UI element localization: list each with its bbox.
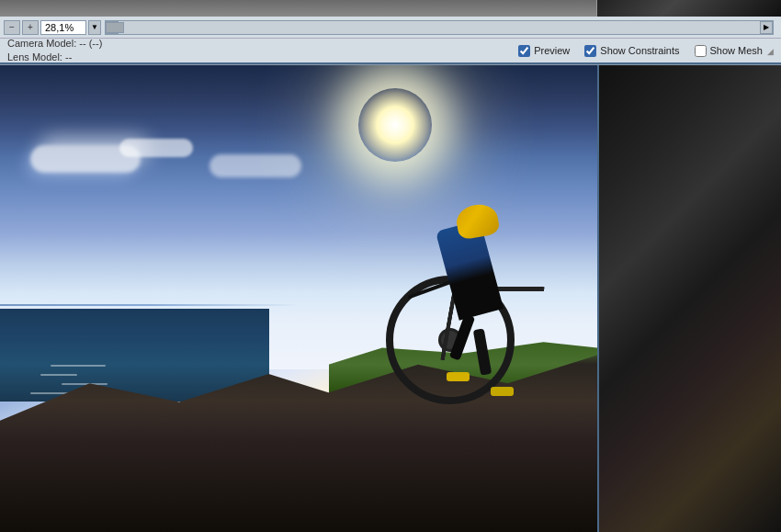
mesh-checkbox-item[interactable]: Show Mesh — [695, 45, 763, 57]
preview-checkbox[interactable] — [518, 45, 530, 57]
preview-label: Preview — [534, 45, 570, 56]
lens-model-value: -- — [65, 51, 72, 62]
camera-model-line: Camera Model: -- (--) — [7, 37, 518, 51]
camera-info: Camera Model: -- (--) Lens Model: -- — [7, 37, 518, 65]
mesh-checkbox[interactable] — [695, 45, 707, 57]
rider-helmet — [454, 201, 500, 240]
checkboxes-group: Preview Show Constraints Show Mesh — [518, 45, 763, 57]
zoom-value-display: 28,1% — [40, 20, 86, 35]
horizon-line — [0, 304, 299, 306]
resize-handle[interactable]: ◢ — [763, 45, 774, 56]
constraints-checkbox-item[interactable]: Show Constraints — [584, 45, 679, 57]
wave-3 — [62, 383, 108, 385]
wave-2 — [40, 374, 77, 376]
camera-model-label: Camera Model: — [7, 38, 76, 49]
cloud-3 — [209, 154, 301, 177]
right-panel — [597, 65, 781, 532]
side-thumbnail — [597, 0, 781, 17]
constraints-checkbox[interactable] — [584, 45, 596, 57]
zoom-in-button[interactable]: + — [22, 20, 39, 35]
mesh-label: Show Mesh — [710, 45, 763, 56]
zoom-out-button[interactable]: − — [4, 20, 20, 35]
info-row: Camera Model: -- (--) Lens Model: -- Pre… — [0, 39, 781, 64]
main-content — [0, 65, 781, 532]
cyclist-figure — [366, 154, 568, 448]
thumbnail-row — [0, 0, 781, 17]
wave-1 — [51, 365, 106, 367]
scroll-right-button[interactable]: ▶ — [760, 21, 773, 34]
cloud-2 — [119, 139, 193, 157]
horizontal-scrollbar[interactable]: ◀ ▶ — [105, 20, 774, 35]
zoom-controls: − + 28,1% ▼ — [4, 20, 101, 35]
zoom-dropdown-button[interactable]: ▼ — [88, 20, 101, 35]
constraints-label: Show Constraints — [600, 45, 679, 56]
preview-area — [0, 65, 597, 532]
scene-layer — [0, 65, 597, 532]
camera-model-value: -- (--) — [79, 38, 102, 49]
lens-model-label: Lens Model: — [7, 51, 62, 62]
preview-image — [0, 65, 597, 532]
scrollbar-thumb[interactable] — [106, 22, 124, 33]
top-bar: − + 28,1% ▼ ◀ ▶ Camera Model: -- (--) Le… — [0, 0, 781, 65]
right-panel-image — [599, 65, 781, 532]
app-container: − + 28,1% ▼ ◀ ▶ Camera Model: -- (--) Le… — [0, 0, 781, 532]
rider-shoe-1 — [447, 372, 470, 381]
main-thumbnail — [0, 0, 597, 17]
lens-model-line: Lens Model: -- — [7, 51, 518, 64]
preview-checkbox-item[interactable]: Preview — [518, 45, 570, 57]
toolbar-row: − + 28,1% ▼ ◀ ▶ — [0, 17, 781, 39]
rider-shoe-2 — [491, 387, 514, 396]
